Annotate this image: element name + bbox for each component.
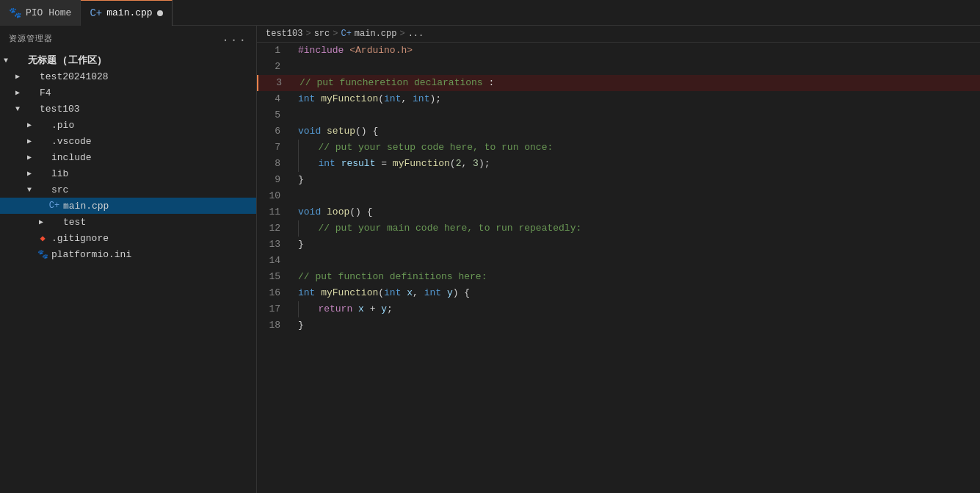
- token: void: [298, 126, 321, 137]
- tree-item-test-folder[interactable]: test: [0, 214, 256, 230]
- line-number: 16: [257, 285, 292, 301]
- tree-item-label: .pio: [51, 120, 74, 131]
- tree-file-icon: 🐾: [37, 248, 48, 260]
- code-line: 18}: [257, 317, 980, 334]
- code-line: 12 // put your main code here, to run re…: [257, 220, 980, 237]
- token: (: [378, 287, 384, 298]
- breadcrumb-test103[interactable]: test103: [266, 29, 302, 39]
- tree-item-include[interactable]: include: [0, 149, 256, 165]
- tree-item-platformio-ini[interactable]: 🐾platformio.ini: [0, 246, 256, 262]
- line-content[interactable]: void loop() {: [292, 204, 980, 220]
- token: loop: [327, 206, 349, 217]
- tree-item-lib[interactable]: lib: [0, 165, 256, 181]
- tab-main-cpp-label: main.cpp: [106, 7, 152, 18]
- breadcrumb-main-cpp[interactable]: main.cpp: [355, 29, 397, 39]
- tree-item-gitignore[interactable]: ◆.gitignore: [0, 230, 256, 246]
- code-editor[interactable]: 1#include <Arduino.h>23// put funchereti…: [257, 43, 980, 493]
- line-content[interactable]: }: [292, 317, 980, 334]
- token: ) {: [453, 287, 470, 298]
- tree-item-workspace[interactable]: 无标题 (工作区): [0, 52, 256, 68]
- tree-arrow: [23, 151, 35, 163]
- line-content[interactable]: [292, 107, 980, 123]
- tree-file-icon: [48, 216, 60, 228]
- tree-item-f4[interactable]: F4: [0, 84, 256, 101]
- token: [298, 303, 318, 314]
- token: setup: [327, 126, 355, 137]
- main-content: 资源管理器 ... 无标题 (工作区)test20241028F4test103…: [0, 26, 980, 493]
- line-content[interactable]: }: [292, 237, 980, 253]
- tree-item-test20241028[interactable]: test20241028: [0, 68, 256, 84]
- token: =: [375, 158, 392, 169]
- tree-arrow: [23, 168, 35, 179]
- code-line: 13}: [257, 237, 980, 253]
- tree-item-pio[interactable]: .pio: [0, 117, 256, 133]
- tree-file-icon: [37, 135, 48, 147]
- breadcrumb-ellipsis[interactable]: ...: [408, 29, 424, 39]
- line-content[interactable]: }: [292, 172, 980, 188]
- line-content[interactable]: // put funcheretion declarations :: [294, 75, 980, 91]
- token: ,: [461, 158, 473, 169]
- token: [298, 142, 318, 153]
- tree-item-test103[interactable]: test103: [0, 101, 256, 117]
- code-line: 11void loop() {: [257, 204, 980, 220]
- line-content[interactable]: int myFunction(int, int);: [292, 91, 980, 107]
- line-content[interactable]: #include <Arduino.h>: [292, 43, 980, 59]
- line-content[interactable]: return x + y;: [292, 301, 980, 317]
- tree-item-label: main.cpp: [63, 201, 109, 212]
- line-content[interactable]: // put function definitions here:: [292, 269, 980, 285]
- tree-file-icon: [37, 184, 48, 195]
- line-number: 13: [257, 237, 292, 253]
- token: [321, 126, 327, 137]
- sidebar-more-button[interactable]: ...: [222, 32, 247, 45]
- line-content[interactable]: // put your setup code here, to run once…: [292, 140, 980, 156]
- line-number: 10: [257, 188, 292, 204]
- line-content[interactable]: int result = myFunction(2, 3);: [292, 156, 980, 172]
- line-number: 5: [257, 107, 292, 123]
- line-content[interactable]: [292, 253, 980, 269]
- tab-main-cpp[interactable]: C+ main.cpp: [81, 0, 172, 26]
- tree-item-main-cpp-file[interactable]: C+main.cpp: [0, 198, 256, 214]
- tree-arrow: [35, 200, 47, 212]
- tree-arrow: [23, 248, 35, 260]
- token: myFunction: [393, 158, 450, 169]
- token: int: [298, 93, 315, 104]
- tree-item-label: .vscode: [51, 136, 92, 147]
- line-content[interactable]: [292, 188, 980, 204]
- line-number: 15: [257, 269, 292, 285]
- token: ,: [401, 93, 413, 104]
- sidebar: 资源管理器 ... 无标题 (工作区)test20241028F4test103…: [0, 26, 257, 493]
- tree-arrow: [0, 54, 12, 66]
- token: void: [298, 206, 321, 217]
- tree-item-src[interactable]: src: [0, 181, 256, 198]
- breadcrumb-src[interactable]: src: [314, 29, 330, 39]
- line-content[interactable]: void setup() {: [292, 123, 980, 140]
- tree-file-icon: [13, 54, 25, 66]
- tree-arrow: [23, 119, 35, 131]
- line-number: 8: [257, 156, 292, 172]
- token: [298, 223, 318, 234]
- token: );: [479, 158, 490, 169]
- tree-item-label: lib: [51, 168, 68, 179]
- breadcrumb-cpp-icon: C+: [341, 29, 351, 39]
- token: ;: [387, 303, 393, 314]
- token: );: [429, 93, 441, 104]
- tab-pio-home[interactable]: 🐾 PIO Home: [0, 0, 81, 26]
- tree-item-label: 无标题 (工作区): [28, 54, 102, 67]
- token: x: [358, 303, 364, 314]
- tab-bar: 🐾 PIO Home C+ main.cpp: [0, 0, 980, 26]
- token: () {: [349, 206, 372, 217]
- tree-arrow: [23, 184, 35, 195]
- line-content[interactable]: // put your main code here, to run repea…: [292, 220, 980, 237]
- line-number: 6: [257, 123, 292, 140]
- token: }: [298, 174, 304, 185]
- code-line: 9}: [257, 172, 980, 188]
- line-content[interactable]: int myFunction(int x, int y) {: [292, 285, 980, 301]
- tree-item-vscode[interactable]: .vscode: [0, 133, 256, 149]
- code-line: 8 int result = myFunction(2, 3);: [257, 156, 980, 172]
- line-content[interactable]: [292, 59, 980, 75]
- line-number: 11: [257, 204, 292, 220]
- token: // put funcheretion declarations: [300, 77, 483, 88]
- token: int: [318, 158, 335, 169]
- token: }: [298, 239, 304, 250]
- tree-item-label: test103: [40, 104, 80, 115]
